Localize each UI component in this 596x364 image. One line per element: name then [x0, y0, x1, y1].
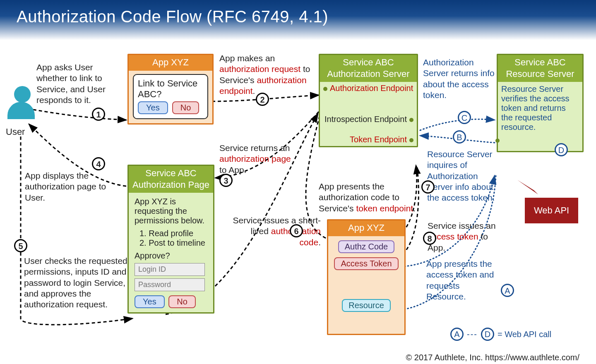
- access-token-chip: Access Token: [334, 257, 398, 270]
- legend-text: = Web API call: [497, 330, 551, 339]
- link-dialog: Link to Service ABC? Yes No: [133, 74, 208, 119]
- step-6-badge: 6: [290, 224, 303, 237]
- approve-no-button[interactable]: No: [168, 295, 196, 308]
- link-no-button[interactable]: No: [172, 101, 199, 114]
- introspection-endpoint: Introspection Endpoint: [320, 113, 417, 126]
- legend: A --- D = Web API call: [450, 328, 551, 341]
- auth-page-box: Service ABCAuthorization Page App XYZ is…: [127, 165, 214, 314]
- step-5-badge: 5: [14, 239, 27, 252]
- step-D-badge: D: [555, 143, 568, 156]
- app-xyz-box-1: App XYZ Link to Service ABC? Yes No: [127, 54, 214, 125]
- web-api-label: Web API: [525, 198, 578, 223]
- resource-server-title: Service ABCResource Server: [498, 55, 582, 82]
- step8-text: Service issues an access token to App.: [428, 220, 498, 253]
- approve-label: Approve?: [135, 251, 207, 261]
- authz-endpoint: Authorization Endpoint: [320, 82, 417, 95]
- legend-D-badge: D: [481, 328, 494, 341]
- diagram-canvas: User App asks User whether to link to Se…: [0, 37, 596, 364]
- resource-chip: Resource: [342, 299, 391, 312]
- resource-server-box: Service ABCResource Server Resource Serv…: [497, 54, 584, 152]
- password-field[interactable]: [135, 278, 205, 291]
- step-C-badge: C: [458, 111, 471, 124]
- stepA-text: App presents the access token and reques…: [426, 259, 501, 302]
- app-xyz-box-2: App XYZ Authz Code Access Token Resource: [327, 219, 406, 335]
- perm-2: 2. Post to timeline: [139, 238, 207, 248]
- step-7-badge: 7: [421, 180, 435, 194]
- perm-1: 1. Read profile: [139, 229, 207, 238]
- authz-server-box: Service ABCAuthorization Server Authoriz…: [319, 54, 418, 147]
- login-id-field[interactable]: [135, 263, 205, 276]
- step6-text: Service issues a short-lived authorizati…: [230, 215, 321, 248]
- stepB-text: Resource Server inquires of Authorizatio…: [427, 149, 497, 203]
- step7-text: App presents the authorization code to S…: [319, 181, 418, 214]
- authz-server-title: Service ABCAuthorization Server: [320, 55, 417, 82]
- page-title: Authorization Code Flow (RFC 6749, 4.1): [0, 0, 596, 40]
- stepC-text: Authorization Server returns info about …: [423, 57, 495, 101]
- user-icon: [7, 86, 37, 127]
- legend-A-badge: A: [450, 328, 464, 341]
- step-8-badge: 8: [423, 232, 436, 245]
- link-yes-button[interactable]: Yes: [138, 101, 168, 114]
- step-4-badge: 4: [92, 157, 105, 170]
- app-xyz-title-1: App XYZ: [129, 55, 212, 71]
- approve-yes-button[interactable]: Yes: [135, 295, 165, 308]
- link-dialog-text: Link to Service ABC?: [138, 78, 203, 100]
- auth-page-intro: App XYZ is requesting the permissions be…: [135, 197, 207, 225]
- step3-text: Service returns an authorization page to…: [219, 143, 298, 175]
- app-xyz-title-2: App XYZ: [328, 220, 404, 236]
- step2-text: App makes an authorization request to Se…: [219, 53, 315, 96]
- token-endpoint: Token Endpoint: [320, 133, 417, 146]
- step4-text: App displays the authorization page to U…: [25, 170, 120, 203]
- authz-code-chip: Authz Code: [338, 240, 395, 253]
- step-3-badge: 3: [219, 174, 233, 187]
- step1-text: App asks User whether to link to Service…: [36, 62, 123, 105]
- user-label: User: [6, 127, 25, 137]
- step-B-badge: B: [453, 130, 466, 144]
- step5-text: User checks the requested permissions, i…: [24, 256, 127, 310]
- step-2-badge: 2: [256, 93, 269, 106]
- auth-page-title: Service ABCAuthorization Page: [129, 166, 213, 193]
- step-1-badge: 1: [92, 108, 105, 121]
- footer-credit: © 2017 Authlete, Inc. https://www.authle…: [406, 353, 579, 362]
- step-A-badge: A: [501, 284, 514, 297]
- resource-server-desc: Resource Server verifies the access toke…: [498, 82, 582, 134]
